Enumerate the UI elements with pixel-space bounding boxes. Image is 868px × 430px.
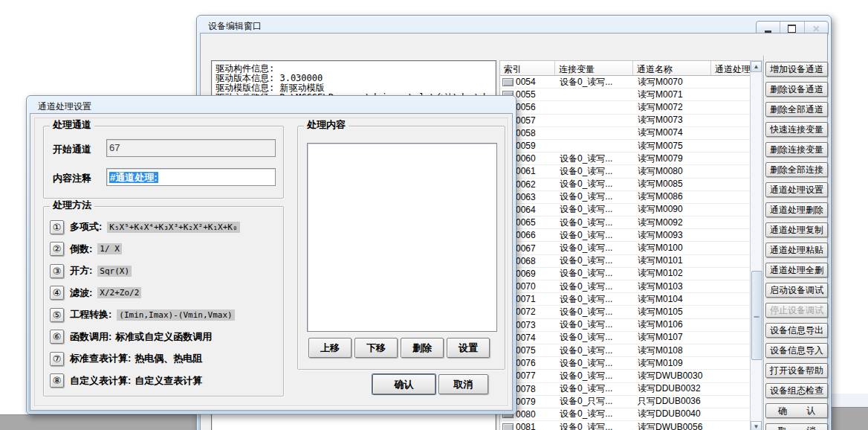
- row-channel-name: 读写DDUB0040: [633, 408, 711, 420]
- table-row[interactable]: 0056读写M0072: [500, 101, 750, 114]
- table-row[interactable]: 0068设备0_读写...读写M0101: [500, 255, 750, 268]
- process-content-list[interactable]: [307, 143, 497, 332]
- table-row[interactable]: 0077设备0_读写...读写DWUB0030: [500, 370, 750, 382]
- move-up-button[interactable]: 上移: [308, 338, 352, 358]
- row-channel-name: 读写M0070: [633, 76, 711, 89]
- row-channel-name: 读写M0108: [633, 344, 711, 357]
- vertical-scrollbar-thumb[interactable]: ▬: [751, 271, 762, 360]
- row-channel-name: 读写M0071: [633, 89, 711, 101]
- table-row[interactable]: 0070设备0_读写...读写M0103: [500, 280, 750, 293]
- confirm-button[interactable]: 确认: [372, 374, 435, 394]
- table-vertical-scrollbar[interactable]: ▲ ▬ ▼: [750, 60, 762, 430]
- row-variable: 设备0_读写...: [555, 190, 633, 203]
- row-variable: 设备0_读写...: [555, 229, 633, 242]
- table-body: 0054设备0_读写...读写M00700055读写M00710056读写M00…: [500, 76, 750, 430]
- table-row[interactable]: 0066设备0_读写...读写M0093: [500, 229, 750, 242]
- delete-button[interactable]: 删除: [401, 338, 444, 358]
- scroll-down-button[interactable]: ▼: [751, 421, 762, 430]
- table-row[interactable]: 0076设备0_读写...读写M0109: [500, 357, 750, 370]
- side-button-19[interactable]: 取 消: [765, 423, 828, 430]
- table-row[interactable]: 0073设备0_读写...读写M0106: [500, 319, 750, 332]
- move-down-button[interactable]: 下移: [354, 338, 398, 358]
- table-row[interactable]: 0064设备0_读写...读写M0090: [500, 204, 750, 216]
- cancel-button[interactable]: 取消: [438, 374, 488, 394]
- table-row[interactable]: 0065设备0_读写...读写M0092: [500, 216, 750, 229]
- side-button-12[interactable]: 启动设备调试: [765, 283, 828, 298]
- comment-label: 内容注释: [53, 172, 91, 185]
- column-header-name[interactable]: 通道名称: [633, 61, 711, 76]
- row-variable: 设备0_读写...: [555, 242, 633, 254]
- method-number-button[interactable]: ②: [50, 242, 64, 256]
- side-button-16[interactable]: 打开设备帮助: [765, 363, 828, 378]
- method-number-button[interactable]: ①: [50, 220, 64, 234]
- side-button-5[interactable]: 删除连接变量: [765, 142, 828, 157]
- method-row: ②倒数:1/ X: [50, 241, 122, 257]
- row-index: 0060: [516, 153, 536, 164]
- table-row[interactable]: 0057读写M0073: [500, 115, 750, 127]
- scroll-up-button[interactable]: ▲: [751, 61, 762, 72]
- column-header-index[interactable]: 索引: [500, 61, 555, 76]
- side-button-1[interactable]: 增加设备通道: [765, 62, 828, 77]
- row-index: 0067: [516, 243, 536, 254]
- method-description: 热电偶、热电阻: [135, 352, 202, 365]
- table-row[interactable]: 0058读写M0074: [500, 127, 750, 140]
- method-number-button[interactable]: ③: [50, 264, 64, 278]
- side-button-17[interactable]: 设备组态检查: [765, 383, 828, 398]
- table-row[interactable]: 0074设备0_读写...读写M0107: [500, 332, 750, 344]
- method-number-button[interactable]: ⑤: [50, 308, 64, 322]
- row-variable: 设备0_只写...: [555, 395, 633, 408]
- side-button-4[interactable]: 快速连接变量: [765, 122, 828, 137]
- table-row[interactable]: 0071设备0_读写...读写M0104: [500, 293, 750, 306]
- table-row[interactable]: 0072设备0_读写...读写M0105: [500, 306, 750, 318]
- row-channel-name: 读写M0100: [633, 242, 711, 254]
- row-channel-name: 读写M0090: [633, 203, 711, 216]
- table-row[interactable]: 0069设备0_读写...读写M0102: [500, 268, 750, 280]
- table-row[interactable]: 0080设备0_读写...读写DDUB0040: [500, 408, 750, 421]
- table-row[interactable]: 0079设备0_只写...只写DDUB0036: [500, 396, 750, 408]
- method-number-button[interactable]: ⑥: [50, 330, 64, 344]
- background-area-left: [0, 414, 196, 430]
- row-index: 0081: [516, 422, 536, 430]
- table-row[interactable]: 0075设备0_读写...读写M0108: [500, 344, 750, 357]
- side-button-7[interactable]: 通道处理设置: [765, 182, 828, 197]
- table-row[interactable]: 0081设备0_读写...读写DWUB0056: [500, 421, 750, 430]
- row-index: 0055: [516, 89, 536, 100]
- method-number-button[interactable]: ④: [50, 286, 64, 300]
- table-row[interactable]: 0054设备0_读写...读写M0070: [500, 76, 750, 89]
- table-row[interactable]: 0067设备0_读写...读写M0100: [500, 242, 750, 254]
- comment-field[interactable]: #通道处理:: [106, 168, 276, 186]
- column-header-variable[interactable]: 连接变量: [555, 61, 633, 76]
- process-content-group-label: 处理内容: [304, 120, 349, 130]
- table-row[interactable]: 0063设备0_读写...读写M0086: [500, 191, 750, 204]
- row-index: 0073: [516, 320, 536, 330]
- row-variable: 设备0_读写...: [555, 408, 633, 420]
- side-button-11[interactable]: 通道处理全删: [765, 263, 828, 277]
- side-button-9[interactable]: 通道处理复制: [765, 222, 828, 237]
- settings-button[interactable]: 设置: [447, 338, 490, 358]
- table-row[interactable]: 0078设备0_读写...读写DDUB0032: [500, 383, 750, 396]
- method-description: 自定义查表计算: [135, 374, 202, 388]
- table-row[interactable]: 0060设备0_读写...读写M0079: [500, 153, 750, 165]
- row-variable: 设备0_读写...: [555, 267, 633, 280]
- column-header-process[interactable]: 通道处理: [711, 61, 750, 76]
- method-number-button[interactable]: ⑧: [50, 373, 64, 388]
- side-button-14[interactable]: 设备信息导出: [765, 323, 828, 338]
- side-button-15[interactable]: 设备信息导入: [765, 343, 828, 358]
- row-index: 0080: [516, 409, 536, 420]
- row-variable: 设备0_读写...: [555, 153, 633, 165]
- row-variable: 设备0_读写...: [555, 178, 633, 190]
- side-button-2[interactable]: 删除设备通道: [765, 82, 828, 97]
- side-button-3[interactable]: 删除全部通道: [765, 102, 828, 117]
- side-button-6[interactable]: 删除全部连接: [765, 162, 828, 177]
- table-row[interactable]: 0062设备0_读写...读写M0085: [500, 179, 750, 191]
- side-button-10[interactable]: 通道处理粘贴: [765, 243, 828, 257]
- table-row[interactable]: 0061设备0_读写...读写M0080: [500, 165, 750, 178]
- table-row[interactable]: 0055读写M0071: [500, 89, 750, 101]
- side-button-8[interactable]: 通道处理删除: [765, 202, 828, 217]
- table-row[interactable]: 0059读写M0075: [500, 140, 750, 153]
- row-channel-name: 读写M0073: [633, 114, 711, 126]
- row-variable: 设备0_读写...: [555, 165, 633, 178]
- method-formula-chip: K₅X⁵+K₄X⁴+K₃X³+K₂X²+K₁X+K₀: [107, 222, 239, 233]
- method-number-button[interactable]: ⑦: [50, 352, 64, 366]
- side-button-18[interactable]: 确 认: [765, 403, 828, 418]
